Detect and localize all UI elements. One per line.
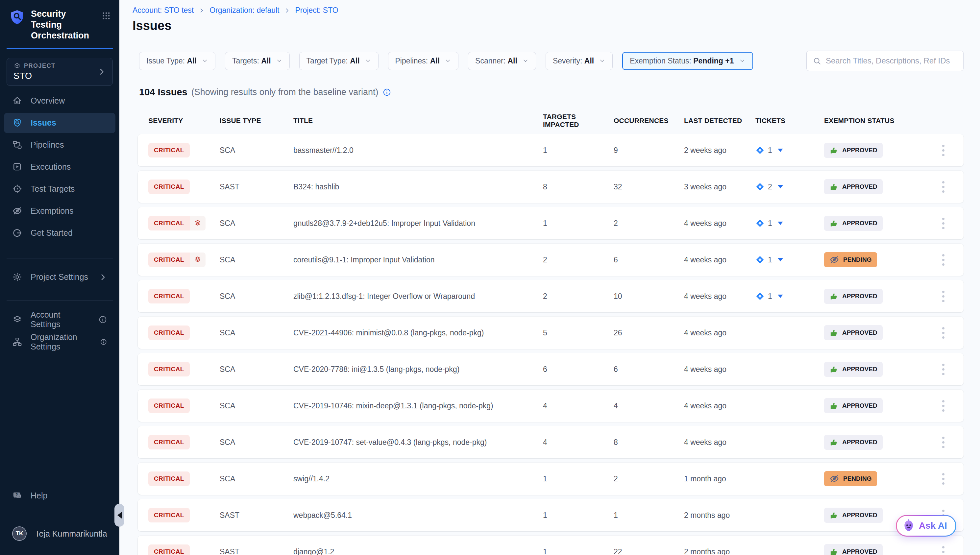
issue-title[interactable]: webpack@5.64.1: [294, 511, 543, 520]
filter-dropdown[interactable]: Pipelines: All: [388, 52, 459, 70]
table-row[interactable]: CRITICAL SCA CVE-2020-7788: ini@1.3.5 (l…: [138, 353, 964, 385]
filter-dropdown[interactable]: Targets: All: [225, 52, 290, 70]
user-menu[interactable]: TK Teja Kummarikuntla: [4, 523, 115, 544]
issue-title[interactable]: CVE-2020-7788: ini@1.3.5 (lang-pkgs, nod…: [294, 365, 543, 374]
issue-title[interactable]: swig//1.4.2: [294, 475, 543, 483]
breadcrumb-link[interactable]: Account: STO test: [133, 6, 194, 15]
exemption-badge-pending: PENDING: [824, 471, 877, 486]
sidebar-item-account-settings[interactable]: Account Settings: [4, 310, 115, 330]
filter-dropdown[interactable]: Target Type: All: [299, 52, 379, 70]
row-menu-kebab-icon[interactable]: [940, 544, 947, 555]
issue-title[interactable]: CVE-2019-10747: set-value@0.4.3 (lang-pk…: [294, 438, 543, 447]
issue-title[interactable]: zlib@1:1.2.13.dfsg-1: Integer Overflow o…: [294, 292, 543, 301]
issue-type-cell: SAST: [220, 511, 294, 520]
sidebar-item-exemptions[interactable]: Exemptions: [4, 201, 115, 221]
sidebar-collapse-button[interactable]: [114, 504, 124, 527]
filter-dropdown[interactable]: Severity: All: [545, 52, 613, 70]
ticket-expand-caret-icon[interactable]: [778, 149, 783, 152]
breadcrumb: Account: STO testOrganization: defaultPr…: [133, 6, 964, 15]
ticket-expand-caret-icon[interactable]: [778, 221, 783, 225]
occurrences-cell: 32: [614, 183, 684, 191]
project-selector[interactable]: PROJECT STO: [6, 58, 113, 86]
last-detected-cell: 1 month ago: [684, 475, 755, 483]
jira-ticket-icon: [755, 219, 765, 228]
breadcrumb-link[interactable]: Organization: default: [210, 6, 279, 15]
issue-title[interactable]: B324: hashlib: [294, 183, 543, 191]
nav-item-label: Issues: [30, 118, 56, 128]
ticket-expand-caret-icon[interactable]: [778, 258, 783, 261]
sidebar-item-test-targets[interactable]: Test Targets: [4, 179, 115, 199]
issue-title[interactable]: django@1.2: [294, 547, 543, 555]
issue-title[interactable]: CVE-2021-44906: minimist@0.0.8 (lang-pkg…: [294, 329, 543, 337]
targets-impacted-cell: 6: [543, 365, 614, 374]
ticket-count: 1: [768, 146, 772, 155]
sidebar-item-overview[interactable]: Overview: [4, 91, 115, 111]
table-row[interactable]: CRITICAL SCA swig//1.4.2 1 2 1 month ago: [138, 463, 964, 495]
last-detected-cell: 2 months ago: [684, 511, 755, 520]
exemption-status-cell: PENDING PENDING: [824, 471, 933, 486]
filter-dropdown[interactable]: Exemption Status: Pending +1: [622, 52, 753, 70]
severity-cell: CRITICAL: [148, 252, 220, 267]
table-row[interactable]: CRITICAL SCA bassmaster//1.2.0 1 9 2 wee…: [138, 134, 964, 166]
targets-impacted-cell: 2: [543, 255, 614, 264]
table-row[interactable]: CRITICAL SAST webpack@5.64.1 1 1 2 month…: [138, 499, 964, 531]
search-input[interactable]: [826, 56, 957, 66]
row-menu-kebab-icon[interactable]: [940, 324, 947, 341]
occurrences-cell: 10: [614, 292, 684, 301]
info-icon[interactable]: [100, 337, 107, 346]
ask-ai-button[interactable]: Ask AI: [896, 515, 956, 537]
jira-ticket-icon: [755, 292, 765, 301]
row-menu-kebab-icon[interactable]: [940, 215, 947, 232]
table-row[interactable]: CRITICAL SCA gnutls28@3.7.9-2+deb12u5: I…: [138, 207, 964, 239]
table-row[interactable]: CRITICAL SCA zlib@1:1.2.13.dfsg-1: Integ…: [138, 280, 964, 312]
info-icon[interactable]: [98, 315, 107, 324]
row-menu-kebab-icon[interactable]: [940, 252, 947, 268]
table-row[interactable]: CRITICAL SAST django@1.2 1 22 2 months a…: [138, 536, 964, 555]
sidebar-item-pipelines[interactable]: Pipelines: [4, 135, 115, 155]
issue-type-cell: SAST: [220, 183, 294, 191]
ticket-expand-caret-icon[interactable]: [778, 295, 783, 298]
ticket-expand-caret-icon[interactable]: [778, 185, 783, 188]
breadcrumb-link[interactable]: Project: STO: [295, 6, 338, 15]
thumbs-up-icon: [829, 146, 838, 155]
exemption-status-label: APPROVED: [842, 220, 877, 227]
sidebar-item-get-started[interactable]: Get Started: [4, 223, 115, 243]
row-menu-kebab-icon[interactable]: [940, 434, 947, 451]
thumbs-up-icon: [829, 183, 838, 191]
row-menu-kebab-icon[interactable]: [940, 178, 947, 195]
issue-title[interactable]: bassmaster//1.2.0: [294, 146, 543, 155]
severity-cell: CRITICAL: [148, 216, 220, 231]
sidebar-item-organization-settings[interactable]: Organization Settings: [4, 332, 115, 352]
row-menu-kebab-icon[interactable]: [940, 361, 947, 378]
table-row[interactable]: CRITICAL SCA CVE-2019-10747: set-value@0…: [138, 426, 964, 458]
project-name: STO: [13, 71, 97, 81]
severity-badge: CRITICAL: [148, 216, 190, 231]
sidebar-item-project-settings[interactable]: Project Settings: [4, 267, 115, 287]
filter-dropdown[interactable]: Scanner: All: [468, 52, 536, 70]
eye-off-icon: [829, 255, 839, 265]
occurrences-cell: 2: [614, 475, 684, 483]
pipelines-icon: [12, 140, 22, 150]
sidebar-item-issues[interactable]: Issues: [4, 113, 115, 133]
table-row[interactable]: CRITICAL SCA CVE-2021-44906: minimist@0.…: [138, 317, 964, 349]
row-menu-kebab-icon[interactable]: [940, 398, 947, 414]
row-menu-kebab-icon[interactable]: [940, 142, 947, 159]
issue-title[interactable]: gnutls28@3.7.9-2+deb12u5: Improper Input…: [294, 219, 543, 228]
sidebar-item-executions[interactable]: Executions: [4, 157, 115, 177]
occurrences-cell: 8: [614, 438, 684, 447]
filter-dropdown[interactable]: Issue Type: All: [139, 52, 215, 70]
table-header-cell: SEVERITY: [148, 117, 220, 125]
issue-title[interactable]: CVE-2019-10746: mixin-deep@1.3.1 (lang-p…: [294, 401, 543, 410]
info-icon[interactable]: [382, 88, 391, 97]
ticket-count: 2: [768, 183, 772, 191]
table-row[interactable]: CRITICAL SAST B324: hashlib 8 32 3 weeks…: [138, 171, 964, 203]
sidebar-item-help[interactable]: Help: [4, 485, 115, 506]
severity-cell: CRITICAL: [148, 326, 220, 340]
row-menu-kebab-icon[interactable]: [940, 470, 947, 487]
severity-cell: CRITICAL: [148, 362, 220, 377]
table-row[interactable]: CRITICAL SCA CVE-2019-10746: mixin-deep@…: [138, 390, 964, 422]
table-row[interactable]: CRITICAL SCA coreutils@9.1-1: Improper I…: [138, 244, 964, 276]
issue-title[interactable]: coreutils@9.1-1: Improper Input Validati…: [294, 255, 543, 264]
row-menu-kebab-icon[interactable]: [940, 288, 947, 305]
module-grid-icon[interactable]: [102, 11, 111, 20]
